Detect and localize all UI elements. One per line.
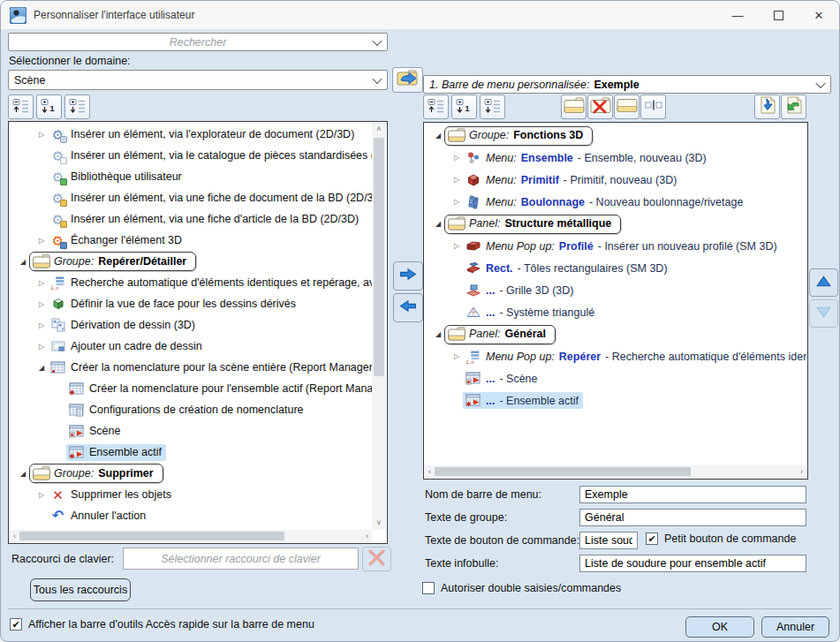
expander-expanded-icon[interactable]: ◢ (17, 470, 29, 478)
expander-expanded-icon[interactable]: ◢ (432, 330, 444, 338)
expander-collapsed-icon[interactable]: ▷ (35, 491, 48, 499)
expander-collapsed-icon[interactable]: ▷ (35, 131, 48, 139)
tree-item-label: Recherche automatique d'éléments identiq… (71, 276, 372, 289)
tree-item-description: - Tôles rectangulaires (SM 3D) (518, 262, 668, 275)
folder-icon (447, 128, 465, 143)
left-expand-all-button[interactable] (64, 94, 90, 119)
tree-item-row[interactable]: ▷Ajouter un cadre de dessin (10, 336, 372, 357)
tree-item-row[interactable]: ⚙Insérer un élément, via une fiche de do… (10, 187, 372, 208)
tree-item-row[interactable]: ⚙Insérer un élément, via le catalogue de… (10, 145, 372, 166)
tree-item-row[interactable]: ...- Ensemble actif (425, 389, 806, 412)
tree-item-row[interactable]: ...- Système triangulé (425, 301, 806, 323)
tree-item-row[interactable]: Ensemble actif (10, 442, 372, 463)
expander-expanded-icon[interactable]: ◢ (17, 258, 29, 266)
small-button-checkbox[interactable]: ✔ (646, 532, 658, 545)
tree-item-row[interactable]: Rect.- Tôles rectangulaires (SM 3D) (425, 257, 806, 279)
reset-button[interactable] (781, 94, 806, 119)
add-separator-button[interactable] (640, 94, 666, 119)
expander-collapsed-icon[interactable]: ▷ (450, 198, 463, 206)
left-tree-horizontal-scrollbar[interactable]: ‹› (10, 530, 372, 542)
move-up-button[interactable] (809, 268, 838, 297)
tree-item-row[interactable]: ◢Créer la nomenclature pour la scène ent… (10, 357, 372, 378)
tree-item-row[interactable]: ▷Menu:Ensemble- Ensemble, nouveau (3D) (425, 147, 806, 169)
right-collapse-all-button[interactable] (423, 94, 449, 119)
expander-expanded-icon[interactable]: ◢ (432, 220, 444, 228)
expander-collapsed-icon[interactable]: ▷ (35, 321, 48, 329)
load-domain-button[interactable] (392, 67, 423, 93)
tree-item-row[interactable]: ▷✕Supprimer les objets (10, 484, 372, 505)
tree-item-label: Insérer un élément, via une fiche de doc… (71, 192, 372, 204)
right-tree-horizontal-scrollbar[interactable]: ‹› (425, 465, 806, 478)
menu-bar-name-input[interactable] (579, 486, 806, 503)
search-input[interactable]: Rechercher (8, 33, 388, 51)
gear-catalog-icon: ⚙ (49, 148, 67, 163)
expander-collapsed-icon[interactable]: ▷ (35, 300, 48, 308)
right-expand-one-button[interactable]: 1 (451, 94, 477, 119)
tree-group-row[interactable]: ◢Panel:Général (425, 323, 806, 345)
tree-item-row[interactable]: ▷Menu:Primitif- Primitif, nouveau (3D) (425, 169, 806, 191)
button-text-input[interactable] (579, 532, 638, 549)
left-expand-one-button[interactable]: 1 (36, 94, 62, 119)
new-group-button[interactable] (561, 94, 586, 119)
tree-group-row[interactable]: ◢Groupe:Supprimer (10, 463, 372, 484)
tree-item-row[interactable]: ▷⚙Insérer un élément, via l'explorateur … (10, 124, 372, 145)
cancel-button[interactable]: Annuler (761, 616, 829, 638)
tree-item-row[interactable]: ▷Menu Pop up:Profilé- Insérer un nouveau… (425, 235, 806, 257)
expander-collapsed-icon[interactable]: ▷ (450, 154, 463, 162)
tree-item-name: ... (486, 373, 495, 385)
tree-item-row[interactable]: Scène (10, 420, 372, 442)
right-expand-all-button[interactable] (480, 94, 505, 119)
expander-collapsed-icon[interactable]: ▷ (450, 352, 463, 360)
tree-group-row[interactable]: ◢Groupe:Fonctions 3D (425, 125, 806, 147)
tree-item-row[interactable]: ...- Scène (425, 367, 806, 389)
maximize-button[interactable] (758, 1, 798, 29)
quick-access-checkbox[interactable]: ✔ (10, 618, 22, 631)
expander-collapsed-icon[interactable]: ▷ (450, 242, 463, 250)
expander-collapsed-icon[interactable]: ▷ (450, 176, 463, 184)
tree-item-kind: Groupe: (469, 129, 509, 141)
expander-collapsed-icon[interactable]: ▷ (35, 279, 48, 287)
menu-bar-select[interactable]: 1. Barre de menu personnalisée: Exemple (423, 75, 831, 94)
tree-item-row[interactable]: ▷Définir la vue de face pour les dessins… (10, 293, 372, 314)
apply-changes-button[interactable] (754, 94, 780, 119)
delete-group-button[interactable] (587, 94, 613, 119)
tree-group-row[interactable]: ◢Groupe:Repérer/Détailler (10, 251, 372, 272)
group-text-input[interactable] (579, 509, 806, 526)
gear-db-art-icon: ⚙ (49, 212, 67, 227)
left-tree-vertical-scrollbar[interactable]: ˄˅ (372, 123, 386, 530)
commands-tree: ▷⚙Insérer un élément, via l'explorateur … (10, 124, 372, 530)
scene-icon (67, 424, 86, 439)
tree-item-row[interactable]: ▷Dérivation de dessin (3D) (10, 314, 372, 336)
clear-shortcut-button[interactable] (362, 547, 391, 571)
minimize-button[interactable]: — (717, 1, 758, 29)
tooltip-text-input[interactable] (579, 555, 806, 572)
expander-collapsed-icon[interactable]: ▷ (35, 237, 48, 245)
tree-item-row[interactable]: ↶Annuler l'action (10, 505, 372, 526)
tree-item-row[interactable]: ...- Grille 3D (3D) (425, 279, 806, 301)
tree-item-row[interactable]: ⚙Bibliothèque utilisateur (10, 166, 372, 187)
tree-group-row[interactable]: ◢Panel:Structure métallique (425, 213, 806, 235)
remove-from-menu-button[interactable] (393, 293, 423, 322)
ok-button[interactable]: OK (685, 616, 754, 638)
all-shortcuts-button[interactable]: Tous les raccourcis (30, 578, 131, 601)
left-collapse-all-button[interactable] (8, 94, 34, 119)
shortcut-input[interactable] (123, 548, 359, 570)
tree-item-name: Fonctions 3D (513, 129, 583, 141)
tree-item-row[interactable]: Créer la nomenclature pour l'ensemble ac… (10, 378, 372, 399)
tree-item-row[interactable]: ▷⚙Échanger l'élément 3D (10, 230, 372, 251)
expander-expanded-icon[interactable]: ◢ (35, 364, 48, 372)
move-down-button[interactable] (809, 299, 838, 328)
new-panel-button[interactable] (614, 94, 639, 119)
repere-icon: 1..n (464, 349, 482, 364)
tree-item-row[interactable]: ▷Menu:Boulonnage- Nouveau boulonnage/riv… (425, 191, 806, 213)
expander-expanded-icon[interactable]: ◢ (432, 132, 444, 140)
add-to-menu-button[interactable] (393, 261, 423, 291)
close-button[interactable]: ✕ (798, 1, 839, 29)
tree-item-row[interactable]: ⚙Insérer un élément, via une fiche d'art… (10, 208, 372, 230)
tree-item-row[interactable]: ▷1..nRecherche automatique d'éléments id… (10, 272, 372, 293)
expander-collapsed-icon[interactable]: ▷ (35, 343, 48, 351)
tree-item-row[interactable]: ▷1..nMenu Pop up:Repérer- Recherche auto… (425, 345, 806, 367)
domain-select[interactable]: Scène (8, 70, 388, 90)
tree-item-row[interactable]: Configurations de création de nomenclatu… (10, 399, 372, 420)
allow-double-checkbox[interactable] (422, 582, 435, 594)
